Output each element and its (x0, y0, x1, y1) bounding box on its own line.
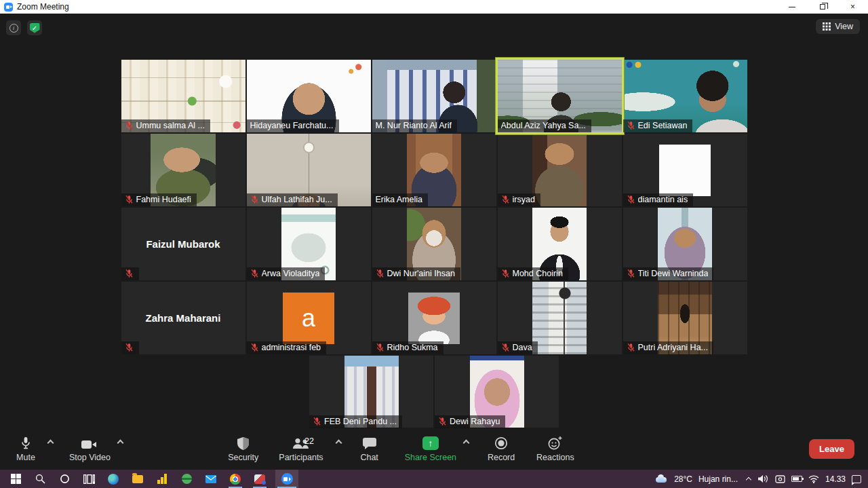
weather-description[interactable]: Hujan rin... (698, 474, 738, 484)
participant-name: Ummu salma Al ... (136, 121, 205, 130)
participant-tile[interactable]: Dwi Nur'aini Ihsan (372, 208, 496, 280)
leave-button[interactable]: Leave (809, 439, 854, 459)
participant-video (408, 293, 460, 344)
view-button[interactable]: View (816, 19, 860, 34)
chrome-button[interactable] (226, 470, 244, 488)
participant-tile[interactable]: Ulfah Lathifah Ju... (247, 134, 371, 206)
participant-tile[interactable]: Abdul Aziz Yahya Sa... (498, 60, 622, 132)
participant-tile[interactable]: Edi Setiawan (623, 60, 747, 132)
participant-tile[interactable]: Ummu salma Al ... (121, 60, 245, 132)
participants-chevron[interactable] (335, 440, 342, 447)
reactions-button[interactable]: Reactions (536, 435, 574, 462)
video-camera-icon (81, 435, 98, 450)
zoom-taskbar-icon (281, 473, 293, 485)
participant-tile[interactable]: diamantin ais (623, 134, 747, 206)
clock[interactable]: 14.33 (825, 474, 846, 484)
participant-status-chip: M. Nur Rianto Al Arif (372, 119, 458, 132)
participant-name: administrasi feb (262, 343, 321, 352)
edge-icon (108, 474, 119, 485)
participant-tile[interactable]: Dava (498, 282, 622, 354)
chrome-icon (230, 474, 241, 485)
minimize-button[interactable] (776, 0, 807, 14)
participant-tile[interactable]: aadministrasi feb (247, 282, 371, 354)
muted-mic-icon (376, 269, 384, 278)
security-label: Security (228, 453, 258, 462)
close-button[interactable]: × (837, 0, 868, 14)
power-bi-button[interactable] (153, 470, 171, 488)
participant-status-chip: Ridho Sukma (372, 341, 443, 354)
start-button[interactable] (7, 470, 24, 488)
mute-options-chevron[interactable] (47, 440, 54, 447)
participant-tile[interactable]: Hidayaneu Farchatu... (247, 60, 371, 132)
task-view-button[interactable] (80, 470, 98, 488)
action-center-icon[interactable] (852, 475, 861, 483)
muted-mic-icon (627, 121, 635, 130)
participant-tile[interactable]: Zahra Maharani (121, 282, 245, 354)
battery-icon[interactable] (791, 476, 802, 482)
encryption-button[interactable]: ✓ (27, 20, 42, 35)
participant-tile[interactable]: irsyad (498, 134, 622, 206)
muted-mic-icon (627, 269, 635, 278)
share-screen-button[interactable]: ↑ Share Screen (405, 435, 456, 462)
remote-app-button[interactable] (251, 470, 269, 488)
view-button-label: View (835, 22, 853, 31)
participant-status-chip: Fahmi Hudaefi (121, 193, 197, 206)
video-options-chevron[interactable] (117, 440, 123, 447)
participant-name: Dwi Nur'aini Ihsan (387, 269, 455, 278)
participant-name: Ridho Sukma (387, 343, 438, 352)
muted-mic-icon (627, 195, 635, 204)
meeting-control-bar: Mute Stop Video Security 22 (0, 428, 868, 470)
security-button[interactable]: Security (228, 435, 258, 462)
participant-status-chip: Erika Amelia (372, 193, 428, 206)
participant-tile[interactable]: Erika Amelia (372, 134, 496, 206)
muted-mic-icon (125, 121, 134, 130)
stop-video-button[interactable]: Stop Video (69, 435, 111, 462)
participant-tile[interactable]: Ridho Sukma (372, 282, 496, 354)
participants-button[interactable]: 22 Participants (279, 435, 323, 462)
mute-button[interactable]: Mute (11, 435, 41, 462)
participant-tile[interactable]: Putri Adriyani Ha... (623, 282, 747, 354)
volume-icon[interactable] (758, 474, 769, 483)
muted-mic-icon (438, 417, 447, 426)
mail-button[interactable] (202, 470, 220, 488)
participant-tile[interactable]: Arwa Violaditya (247, 208, 371, 280)
webcam-in-use-icon[interactable] (775, 475, 785, 483)
grid-view-icon (823, 22, 831, 31)
record-button[interactable]: Record (486, 435, 516, 462)
participant-name: diamantin ais (638, 195, 688, 204)
file-explorer-button[interactable] (129, 470, 146, 488)
participant-gallery: Ummu salma Al ...Hidayaneu Farchatu...M.… (120, 60, 749, 428)
participant-status-chip: FEB Deni Pandu ... (309, 415, 402, 428)
reactions-label: Reactions (536, 453, 574, 462)
green-app-button[interactable] (178, 470, 195, 488)
participant-name: Dewi Rahayu (450, 417, 500, 426)
meeting-info-button[interactable]: i (6, 20, 21, 35)
cortana-button[interactable] (56, 470, 73, 488)
participant-tile[interactable]: Titi Dewi Warninda (623, 208, 747, 280)
weather-temperature[interactable]: 28°C (674, 474, 692, 484)
muted-mic-icon (250, 269, 259, 278)
participant-status-chip: diamantin ais (623, 193, 694, 206)
participant-tile[interactable]: Faizul Mubarok (121, 208, 245, 280)
participant-tile[interactable]: FEB Deni Pandu ... (309, 356, 433, 428)
share-options-chevron[interactable] (463, 440, 470, 447)
participant-name: Putri Adriyani Ha... (638, 343, 709, 352)
chat-button[interactable]: Chat (355, 435, 384, 462)
participant-tile[interactable]: Mohd Choirin (498, 208, 622, 280)
folder-icon (132, 475, 143, 483)
participant-video (532, 134, 587, 206)
edge-button[interactable] (104, 470, 122, 488)
participant-status-chip: Abdul Aziz Yahya Sa... (498, 119, 591, 132)
tray-overflow-chevron[interactable] (746, 477, 751, 483)
participant-tile[interactable]: Dewi Rahayu (435, 356, 559, 428)
search-button[interactable] (31, 470, 49, 488)
muted-mic-icon (250, 343, 259, 352)
restore-button[interactable] (807, 0, 837, 14)
participant-tile[interactable]: M. Nur Rianto Al Arif (372, 60, 496, 132)
participant-tile[interactable]: Fahmi Hudaefi (121, 134, 245, 206)
zoom-taskbar-button[interactable] (275, 470, 298, 488)
participant-video (532, 282, 587, 354)
wifi-icon[interactable] (808, 475, 819, 483)
participant-name: Mohd Choirin (513, 269, 563, 278)
mail-icon (205, 475, 216, 483)
